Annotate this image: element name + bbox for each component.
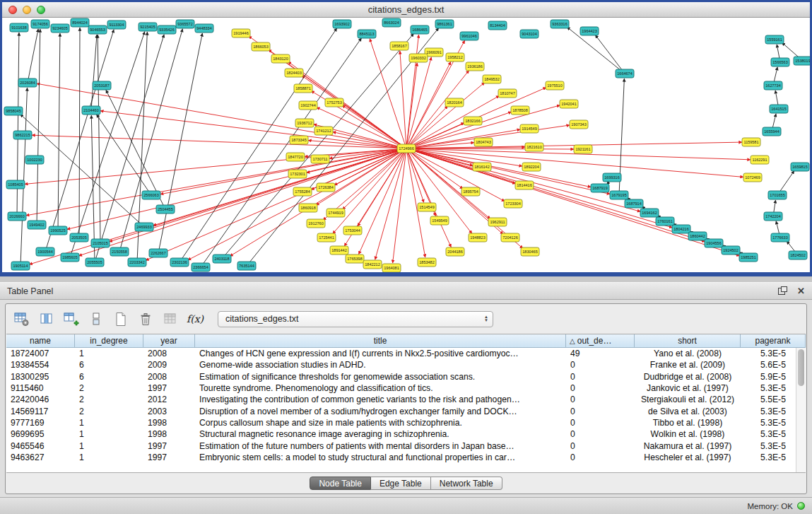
cell-short[interactable]: Hescheler et al. (1997) [635,452,741,463]
cell-title[interactable]: Disruption of a novel member of a sodium… [195,405,566,416]
show-columns-icon[interactable] [37,310,56,328]
panel-divider[interactable]: ▾ [0,276,812,282]
cell-short[interactable]: Wolkin et al. (1998) [635,428,741,440]
add-column-icon[interactable] [62,310,81,328]
cell-name[interactable]: 14569117 [6,405,75,416]
network-node[interactable]: 9335426 [158,25,176,34]
network-node[interactable]: 1742204 [764,212,782,221]
network-node[interactable]: 1085405 [6,180,25,189]
zoom-window-button[interactable] [37,6,45,14]
cell-year[interactable]: 2003 [143,405,195,416]
cell-title[interactable]: Estimation of the future numbers of pati… [195,440,566,451]
network-node[interactable]: 9365572 [176,20,194,28]
network-node[interactable]: 1765398 [346,255,364,263]
table-settings-icon[interactable] [13,310,31,328]
network-edge[interactable] [406,57,431,148]
network-edge[interactable] [91,35,97,110]
network-node[interactable]: 1701655 [768,191,787,199]
cell-year[interactable]: 2008 [143,371,195,382]
network-node[interactable]: 1724966 [397,144,416,153]
tab-edge-table[interactable]: Edge Table [371,477,431,490]
float-panel-icon[interactable] [778,286,787,296]
cell-out_degree[interactable]: 0 [566,417,635,428]
network-node[interactable]: 1549549 [430,216,449,225]
cell-short[interactable]: Yano et al. (2008) [635,348,741,359]
cell-name[interactable]: 9115460 [6,382,75,394]
cell-name[interactable]: 18300295 [6,371,75,382]
network-node[interactable]: 1990525 [49,226,67,235]
network-node[interactable]: 1860918 [299,204,317,212]
network-node[interactable]: 9862215 [13,131,32,139]
cell-name[interactable]: 19384554 [6,359,75,370]
cell-out_degree[interactable]: 0 [566,394,635,405]
network-node[interactable]: 1726384 [317,183,335,192]
tab-network-table[interactable]: Network Table [431,477,502,490]
table-row[interactable]: 1456911722003Disruption of a novel membe… [6,405,806,416]
network-node[interactable]: 9043104 [520,30,539,38]
close-panel-icon[interactable]: ✕ [797,286,805,296]
network-edge[interactable] [370,39,406,148]
cell-out_degree[interactable]: 0 [566,371,635,382]
cell-title[interactable]: Investigating the contribution of common… [195,394,566,405]
network-node[interactable]: 1814416 [515,181,534,189]
network-node[interactable]: 2203342 [128,258,146,267]
network-node[interactable]: 9363316 [551,20,569,28]
network-edge[interactable] [28,29,38,83]
network-node[interactable]: 7204126 [501,233,519,242]
cell-out_degree[interactable]: 0 [566,440,635,451]
cell-out_degree[interactable]: 0 [566,428,635,440]
cell-name[interactable]: 22420046 [6,394,75,405]
cell-short[interactable]: de Silva et al. (2003) [635,405,741,416]
cell-year[interactable]: 2008 [143,348,195,359]
network-node[interactable]: 2403118 [213,255,231,263]
column-header-title[interactable]: title [195,334,566,348]
network-node[interactable]: 9234605 [51,24,69,33]
network-node[interactable]: 2026660 [8,212,26,221]
cell-year[interactable]: 1998 [143,417,195,428]
network-node[interactable]: 2469933 [135,223,153,231]
network-node[interactable]: 9101638 [10,23,28,32]
cell-title[interactable]: Changes of HCN gene expression and I(f) … [195,348,566,359]
scrollbar-thumb[interactable] [798,349,804,386]
cell-in_degree[interactable]: 2 [75,394,143,405]
cell-out_degree[interactable]: 0 [566,452,635,463]
network-canvas[interactable]: 1724966 1919446 1866053 1843120 1824403 … [2,18,810,272]
network-edge[interactable] [400,51,406,148]
table-row[interactable]: 946554611997Estimation of the future num… [6,440,806,451]
network-node[interactable]: 1866053 [252,42,270,51]
network-node[interactable]: 1892204 [522,163,541,171]
network-node[interactable]: 9858045 [4,107,23,115]
table-row[interactable]: 2242004622012Investigating the contribut… [6,394,806,405]
network-node[interactable]: 1732301 [288,170,307,178]
network-node[interactable]: 1687914 [625,199,643,208]
function-builder-icon[interactable]: f(x) [186,310,204,328]
network-edge[interactable] [406,35,419,148]
cell-short[interactable]: Tibbo et al. (1998) [635,417,741,428]
cell-title[interactable]: Tourette syndrome. Phenomenology and cla… [195,382,566,394]
network-node[interactable]: 1760161 [656,217,674,226]
cell-name[interactable]: 9699695 [6,428,75,440]
network-node[interactable]: 1924502 [722,246,740,255]
network-edge[interactable] [37,29,40,225]
cell-in_degree[interactable]: 1 [75,348,143,359]
network-window-titlebar[interactable]: citations_edges.txt [2,2,810,18]
cell-name[interactable]: 18724007 [6,348,75,359]
table-row[interactable]: 946362711997Embryonic stem cells: a mode… [6,452,806,463]
network-node[interactable]: 1694162 [640,209,659,217]
network-node[interactable]: 1776633 [771,233,789,242]
new-table-icon[interactable] [112,310,130,328]
network-node[interactable]: 1752753 [325,98,343,107]
delete-table-icon[interactable] [136,310,155,328]
network-node[interactable]: 1159581 [742,138,760,146]
network-edge[interactable] [406,106,448,148]
network-node[interactable]: 1985251 [739,253,758,262]
network-node[interactable]: 9448334 [195,24,213,33]
network-node[interactable]: 1810747 [498,89,517,98]
cell-in_degree[interactable]: 6 [75,371,143,382]
table-row[interactable]: 911546021997Tourette syndrome. Phenomeno… [6,382,806,394]
cell-short[interactable]: Stergiakouli et al. (2012) [635,394,741,405]
network-node[interactable]: 1566563 [771,58,789,66]
network-node[interactable]: 1753044 [343,226,362,235]
network-edge[interactable] [358,148,406,226]
cell-year[interactable]: 1998 [143,428,195,440]
